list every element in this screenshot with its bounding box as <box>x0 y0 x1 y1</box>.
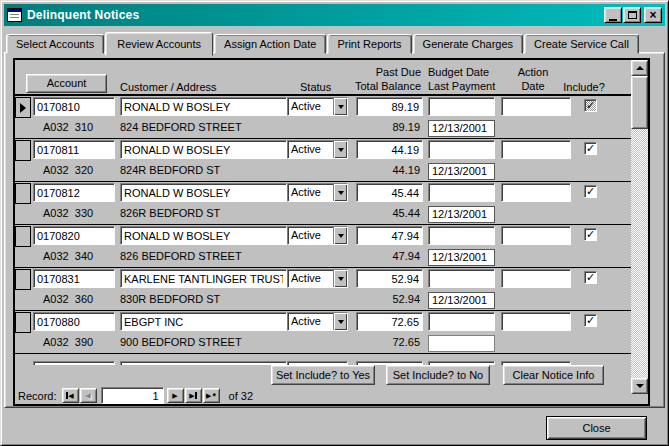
close-button[interactable]: Close <box>546 416 647 440</box>
dropdown-button[interactable] <box>333 313 347 330</box>
first-record-button[interactable]: ◀ <box>62 388 79 403</box>
action-date-field[interactable] <box>501 97 571 116</box>
budget-date-field[interactable] <box>428 140 495 159</box>
total-balance-label: 44.19 <box>356 164 420 176</box>
maximize-icon <box>628 11 637 19</box>
budget-date-field[interactable] <box>428 226 495 245</box>
scroll-down-button[interactable] <box>631 378 648 394</box>
last-payment-field[interactable]: 12/13/2001 <box>428 292 495 309</box>
total-balance-label: 45.44 <box>356 207 420 219</box>
tab-print-reports[interactable]: Print Reports <box>327 34 411 54</box>
account-field[interactable] <box>33 140 115 159</box>
next-record-button[interactable]: ▶ <box>167 388 184 403</box>
chevron-down-icon <box>338 105 344 109</box>
action-date-field[interactable] <box>501 269 571 288</box>
action-date-field[interactable] <box>501 226 571 245</box>
previous-record-button[interactable]: ◀ <box>80 388 97 403</box>
table-row: Active ✓ A032 320 824R BEDFORD ST 44.19 … <box>15 139 631 182</box>
tab-create-service-call[interactable]: Create Service Call <box>524 34 639 54</box>
include-checkbox[interactable]: ✓ <box>584 99 597 112</box>
action-date-field[interactable] <box>501 140 571 159</box>
status-dropdown[interactable]: Active <box>287 97 348 116</box>
last-payment-field[interactable]: 12/13/2001 <box>428 120 495 137</box>
clear-notice-info-button[interactable]: Clear Notice Info <box>503 365 604 385</box>
check-icon: ✓ <box>586 229 595 240</box>
record-selector[interactable] <box>15 140 31 161</box>
account-column-header-button[interactable]: Account <box>26 74 107 93</box>
action-date-field[interactable] <box>501 312 571 331</box>
account-field[interactable] <box>33 226 115 245</box>
last-payment-field[interactable]: 12/13/2001 <box>428 249 495 266</box>
record-selector[interactable] <box>15 97 31 118</box>
account-field[interactable] <box>33 183 115 202</box>
record-selector[interactable] <box>15 269 31 290</box>
minimize-button[interactable] <box>604 7 622 23</box>
include-checkbox[interactable]: ✓ <box>584 314 597 327</box>
budget-date-field[interactable] <box>428 183 495 202</box>
last-payment-field[interactable] <box>428 335 495 352</box>
dropdown-button[interactable] <box>333 227 347 244</box>
close-window-button[interactable]: × <box>644 7 662 23</box>
include-checkbox[interactable]: ✓ <box>584 142 597 155</box>
budget-date-field[interactable] <box>428 312 495 331</box>
tab-generate-charges[interactable]: Generate Charges <box>413 34 524 54</box>
budget-date-field[interactable] <box>428 97 495 116</box>
include-checkbox[interactable]: ✓ <box>584 228 597 241</box>
past-due-field[interactable] <box>356 269 423 288</box>
status-dropdown[interactable]: Active <box>287 312 348 331</box>
address-label: 826 BEDFORD STREET <box>120 250 242 262</box>
tab-assign-action-date[interactable]: Assign Action Date <box>214 34 326 54</box>
budget-date-field[interactable] <box>428 269 495 288</box>
include-checkbox[interactable]: ✓ <box>584 185 597 198</box>
record-selector[interactable] <box>15 312 31 333</box>
last-record-button[interactable]: ▶ <box>185 388 202 403</box>
scroll-up-button[interactable] <box>631 60 648 76</box>
dropdown-button[interactable] <box>333 184 347 201</box>
action-date-field[interactable] <box>501 183 571 202</box>
include-checkbox[interactable]: ✓ <box>584 271 597 284</box>
total-balance-label: 89.19 <box>356 121 420 133</box>
account-field[interactable] <box>33 312 115 331</box>
dropdown-button[interactable] <box>333 270 347 287</box>
current-record-input[interactable] <box>101 387 164 404</box>
record-selector[interactable] <box>15 226 31 247</box>
past-due-field[interactable] <box>356 183 423 202</box>
dropdown-button[interactable] <box>333 141 347 158</box>
check-icon: ✓ <box>586 100 595 111</box>
minimize-icon <box>609 19 617 21</box>
last-payment-field[interactable]: 12/13/2001 <box>428 206 495 223</box>
set-include-no-button[interactable]: Set Include? to No <box>386 365 490 385</box>
account-field[interactable] <box>33 269 115 288</box>
vertical-scrollbar[interactable] <box>631 60 648 394</box>
customer-field[interactable] <box>120 140 287 159</box>
new-record-icon: ▶ <box>206 392 211 400</box>
status-dropdown[interactable]: Active <box>287 183 348 202</box>
scrollbar-thumb[interactable] <box>631 76 648 129</box>
dropdown-button[interactable] <box>333 98 347 115</box>
address-label: 824 BEDFORD STREET <box>120 121 242 133</box>
past-due-field[interactable] <box>356 140 423 159</box>
status-dropdown[interactable]: Active <box>287 226 348 245</box>
check-icon: ✓ <box>586 272 595 283</box>
customer-field[interactable] <box>120 226 287 245</box>
customer-field[interactable] <box>120 312 287 331</box>
address-label: 830R BEDFORD ST <box>120 293 220 305</box>
new-record-button[interactable]: ▶* <box>203 388 220 403</box>
record-selector[interactable] <box>15 183 31 204</box>
past-due-field[interactable] <box>356 97 423 116</box>
customer-field[interactable] <box>120 183 287 202</box>
status-dropdown[interactable]: Active <box>287 269 348 288</box>
table-row: Active ✓ A032 390 900 BEDFORD STREET 72.… <box>15 311 631 354</box>
chevron-down-icon <box>338 148 344 152</box>
past-due-field[interactable] <box>356 312 423 331</box>
set-include-yes-button[interactable]: Set Include? to Yes <box>271 365 375 385</box>
tab-select-accounts[interactable]: Select Accounts <box>6 34 104 54</box>
customer-field[interactable] <box>120 269 287 288</box>
customer-field[interactable] <box>120 97 287 116</box>
past-due-field[interactable] <box>356 226 423 245</box>
maximize-button[interactable] <box>623 7 641 23</box>
tab-review-accounts[interactable]: Review Accounts <box>105 32 213 56</box>
account-field[interactable] <box>33 97 115 116</box>
status-dropdown[interactable]: Active <box>287 140 348 159</box>
last-payment-field[interactable]: 12/13/2001 <box>428 163 495 180</box>
